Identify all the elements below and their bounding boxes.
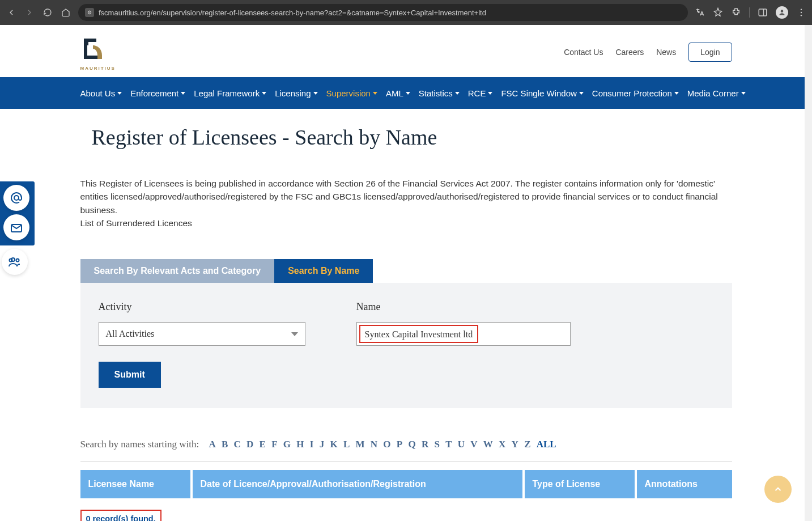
alpha-letter-r[interactable]: R: [422, 439, 428, 450]
chevron-down-icon: [291, 332, 298, 336]
svg-point-12: [10, 259, 12, 262]
search-tabs: Search By Relevant Acts and Category Sea…: [80, 259, 732, 283]
login-button[interactable]: Login: [688, 43, 732, 62]
back-button[interactable]: [6, 7, 17, 18]
profile-icon[interactable]: [776, 6, 788, 19]
news-link[interactable]: News: [656, 48, 676, 57]
alpha-letter-c[interactable]: C: [234, 439, 241, 450]
email-icon[interactable]: [3, 185, 29, 211]
main-nav: About Us Enforcement Legal Framework Lic…: [0, 77, 812, 109]
site-settings-icon[interactable]: ⚙: [85, 8, 94, 17]
caret-icon: [117, 92, 122, 95]
caret-icon: [741, 92, 746, 95]
alpha-letter-k[interactable]: K: [330, 439, 337, 450]
alpha-letter-d[interactable]: D: [246, 439, 253, 450]
alpha-letter-q[interactable]: Q: [408, 439, 415, 450]
bookmark-icon[interactable]: [713, 7, 723, 18]
activity-select[interactable]: All Activities: [99, 322, 305, 346]
submit-button[interactable]: Submit: [99, 362, 161, 388]
alpha-letter-o[interactable]: O: [383, 439, 390, 450]
alpha-letter-i[interactable]: I: [310, 439, 314, 450]
alpha-letter-a[interactable]: A: [209, 439, 215, 450]
nav-consumer-protection[interactable]: Consumer Protection: [592, 88, 679, 98]
caret-icon: [313, 92, 318, 95]
nav-about-us[interactable]: About Us: [80, 88, 122, 98]
intro-text: This Register of Licensees is being publ…: [80, 150, 732, 239]
forward-button[interactable]: [24, 7, 35, 18]
translate-icon[interactable]: [695, 7, 705, 18]
sidepanel-icon[interactable]: [758, 7, 768, 18]
caret-icon: [579, 92, 584, 95]
menu-icon[interactable]: [796, 7, 806, 18]
site-logo[interactable]: MAURITIUS: [80, 35, 109, 69]
contact-us-link[interactable]: Contact Us: [564, 48, 603, 57]
nav-enforcement[interactable]: Enforcement: [130, 88, 185, 98]
alpha-letter-x[interactable]: X: [499, 439, 505, 450]
site-header: MAURITIUS Contact Us Careers News Login: [80, 25, 732, 77]
alphabet-filter: Search by names starting with: A B C D E…: [80, 408, 732, 461]
alpha-letter-z[interactable]: Z: [524, 439, 530, 450]
alpha-letter-e[interactable]: E: [260, 439, 266, 450]
caret-icon: [455, 92, 460, 95]
alpha-letter-w[interactable]: W: [483, 439, 493, 450]
records-found-wrapper: 0 record(s) found.: [80, 510, 732, 521]
nav-aml[interactable]: AML: [386, 88, 410, 98]
th-annotations: Annotations: [637, 470, 732, 498]
name-label: Name: [356, 301, 571, 313]
tab-search-by-name[interactable]: Search By Name: [274, 259, 373, 283]
alpha-letter-v[interactable]: V: [470, 439, 477, 450]
mail-icon[interactable]: [3, 214, 29, 240]
alpha-letter-h[interactable]: H: [296, 439, 304, 450]
tab-search-by-category[interactable]: Search By Relevant Acts and Category: [80, 259, 275, 283]
alpha-letter-y[interactable]: Y: [512, 439, 518, 450]
caret-icon: [674, 92, 679, 95]
nav-supervision[interactable]: Supervision: [326, 88, 377, 98]
alpha-all[interactable]: ALL: [537, 439, 556, 450]
alpha-letter-p[interactable]: P: [397, 439, 402, 450]
caret-icon: [181, 92, 185, 95]
careers-link[interactable]: Careers: [615, 48, 644, 57]
alpha-letter-n[interactable]: N: [371, 439, 377, 450]
alpha-letter-s[interactable]: S: [434, 439, 439, 450]
nav-single-window[interactable]: FSC Single Window: [501, 88, 583, 98]
caret-icon: [488, 92, 492, 95]
alpha-letter-t[interactable]: T: [445, 439, 452, 450]
scroll-to-top-button[interactable]: [764, 476, 792, 503]
th-type: Type of License: [525, 470, 635, 498]
svg-point-11: [16, 259, 19, 262]
alpha-letter-j[interactable]: J: [320, 439, 325, 450]
records-found: 0 record(s) found.: [80, 510, 161, 521]
name-input[interactable]: Syntex Capital Investment ltd: [359, 325, 479, 343]
browser-chrome: ⚙ fscmauritius.org/en/supervision/regist…: [0, 0, 812, 25]
svg-point-5: [801, 15, 802, 16]
url-bar[interactable]: ⚙ fscmauritius.org/en/supervision/regist…: [78, 4, 688, 21]
nav-licensing[interactable]: Licensing: [275, 88, 317, 98]
surrendered-licences-link[interactable]: List of Surrendered Licences: [80, 218, 192, 228]
nav-legal-framework[interactable]: Legal Framework: [194, 88, 266, 98]
extensions-icon[interactable]: [731, 7, 741, 18]
alpha-letter-l[interactable]: L: [343, 439, 350, 450]
alpha-letter-b[interactable]: B: [222, 439, 228, 450]
floating-icons: [0, 181, 35, 278]
people-icon[interactable]: [2, 249, 28, 275]
name-input-wrapper: Syntex Capital Investment ltd: [356, 322, 571, 346]
scrollbar[interactable]: [805, 25, 812, 521]
url-text: fscmauritius.org/en/supervision/register…: [99, 9, 486, 17]
alpha-letter-f[interactable]: F: [271, 439, 277, 450]
caret-icon: [373, 92, 377, 95]
alpha-letter-u[interactable]: U: [458, 439, 465, 450]
nav-statistics[interactable]: Statistics: [419, 88, 460, 98]
svg-point-4: [801, 12, 802, 13]
nav-rce[interactable]: RCE: [468, 88, 493, 98]
home-button[interactable]: [60, 7, 71, 18]
svg-rect-0: [759, 9, 767, 16]
alpha-label: Search by names starting with:: [80, 439, 199, 450]
activity-select-value: All Activities: [106, 329, 155, 339]
svg-rect-7: [84, 56, 97, 59]
svg-point-8: [14, 196, 19, 200]
alpha-letter-g[interactable]: G: [283, 439, 291, 450]
alpha-letter-m[interactable]: M: [355, 439, 364, 450]
activity-label: Activity: [99, 301, 305, 313]
reload-button[interactable]: [42, 7, 53, 18]
nav-media-corner[interactable]: Media Corner: [687, 88, 746, 98]
